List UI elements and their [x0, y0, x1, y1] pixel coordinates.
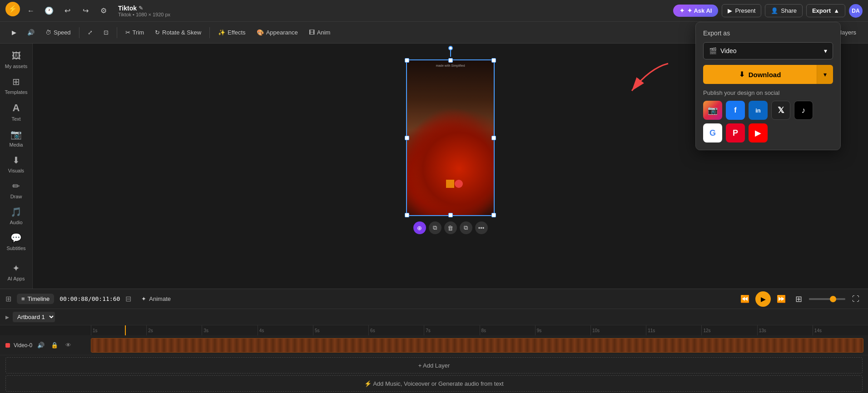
add-audio-button[interactable]: ⚡ Add Music, Voiceover or Generate audio…	[5, 375, 863, 392]
panels-split-btn[interactable]: ⊟	[125, 295, 131, 303]
top-nav-right: ✦ ✦ Ask AI ▶ Present 👤 Share Export ▲ DA	[673, 4, 863, 18]
forward-button[interactable]: ⏩	[774, 292, 788, 306]
delete-button[interactable]: 🗑	[444, 221, 457, 234]
redo-button[interactable]: ↪	[78, 4, 93, 18]
social-x[interactable]: 𝕏	[771, 101, 790, 120]
templates-label: Templates	[5, 89, 27, 95]
effects-button[interactable]: ✨ Effects	[213, 27, 250, 38]
copy-style-button[interactable]: ⧉	[460, 221, 472, 234]
handle-top-mid[interactable]	[448, 58, 453, 63]
handle-mid-right[interactable]	[491, 136, 496, 140]
toolbar-separator-3	[209, 27, 210, 38]
volume-button[interactable]: 🔊	[23, 27, 39, 38]
animate-button[interactable]: ✦ Animate	[137, 294, 175, 304]
sidebar-item-draw[interactable]: ✏ Draw	[2, 177, 31, 203]
history-button[interactable]: 🕐	[42, 4, 56, 18]
undo-button[interactable]: ↩	[60, 4, 74, 18]
zoom-slider[interactable]	[809, 298, 845, 300]
resize-button[interactable]: ⤢	[83, 27, 97, 38]
social-tiktok[interactable]: ♪	[794, 101, 813, 120]
social-linkedin[interactable]: in	[749, 101, 768, 120]
handle-bottom-mid[interactable]	[448, 213, 453, 217]
duplicate-button[interactable]: ⧉	[429, 221, 441, 234]
handle-bottom-right[interactable]	[491, 213, 496, 217]
track-clip[interactable]	[91, 338, 863, 353]
present-icon: ▶	[728, 7, 732, 14]
handle-bottom-left[interactable]	[405, 213, 409, 217]
settings-button[interactable]: ⚙	[96, 4, 111, 18]
back-button[interactable]: ←	[24, 4, 38, 18]
rewind-button[interactable]: ⏪	[738, 292, 752, 306]
app-logo[interactable]: ⚡	[5, 2, 20, 16]
playhead[interactable]	[125, 325, 126, 335]
ruler-mark: 14s	[813, 325, 868, 335]
text-icon: A	[13, 102, 20, 114]
download-main-button[interactable]: ⬇ Download	[703, 65, 817, 84]
sidebar-item-text[interactable]: A Text	[2, 98, 31, 125]
speed-icon: ⏱	[45, 29, 51, 36]
anim-icon: 🎞	[309, 29, 315, 36]
sidebar-item-my-assets[interactable]: 🖼 My assets	[2, 47, 31, 73]
user-avatar[interactable]: DA	[849, 4, 863, 18]
social-facebook[interactable]: f	[726, 101, 745, 120]
handle-top-left[interactable]	[405, 58, 409, 63]
track-lock-btn[interactable]: 🔒	[50, 340, 60, 350]
subtitles-label: Subtitles	[6, 246, 25, 251]
ruler-mark: 12s	[701, 325, 757, 335]
export-button[interactable]: Export ▲	[806, 4, 845, 17]
sidebar-item-media[interactable]: 📷 Media	[2, 125, 31, 151]
social-youtube[interactable]: ▶	[749, 123, 768, 142]
grid-view-btn[interactable]: ⊞	[792, 292, 805, 306]
fullscreen-btn[interactable]: ⛶	[849, 292, 863, 306]
track-visible-btn[interactable]: 👁	[63, 340, 73, 350]
rotation-handle[interactable]	[448, 46, 453, 50]
canvas-element-red	[455, 180, 463, 188]
rotate-button[interactable]: ↻ Rotate & Skew	[150, 27, 206, 38]
sidebar-item-subtitles[interactable]: 💬 Subtitles	[2, 229, 31, 255]
anim-button[interactable]: 🎞 Anim	[304, 27, 335, 38]
timeline-tab-label: Timeline	[28, 295, 50, 302]
crop-button[interactable]: ⊡	[99, 27, 113, 38]
handle-top-right[interactable]	[491, 58, 496, 63]
time-current: 00:00:88	[60, 295, 88, 302]
appearance-button[interactable]: 🎨 Appearance	[252, 27, 303, 38]
add-element-button[interactable]: ⊕	[413, 221, 426, 234]
ask-ai-icon: ✦	[680, 7, 684, 14]
sidebar-item-audio[interactable]: 🎵 Audio	[2, 203, 31, 229]
ask-ai-button[interactable]: ✦ ✦ Ask AI	[673, 5, 718, 17]
track-name: Video-0	[14, 342, 32, 349]
download-btn-wrapper: ⬇ Download ▾	[703, 65, 833, 84]
timeline-header: ⊞ ≡ Timeline 00:00:88/00:11:60 ⊟ ✦ Anima…	[0, 289, 868, 309]
timeline-panel-btn[interactable]: ⊞	[5, 295, 11, 303]
artboard-expand-icon[interactable]: ▸	[5, 313, 9, 321]
ruler-marks: 1s 2s 3s 4s 5s 6s 7s 8s 9s 10s 11s 12s 1…	[91, 325, 868, 335]
more-options-button[interactable]: •••	[475, 221, 488, 234]
track-volume-btn[interactable]: 🔊	[36, 340, 46, 350]
avatar-initials: DA	[852, 8, 859, 14]
social-google[interactable]: G	[703, 123, 722, 142]
timeline-tab[interactable]: ≡ Timeline	[17, 294, 54, 304]
sidebar-item-visuals[interactable]: ⬇ Visuals	[2, 151, 31, 177]
artboard-select[interactable]: Artboard 1	[13, 312, 55, 322]
handle-mid-left[interactable]	[405, 136, 409, 140]
track-content[interactable]	[91, 338, 868, 353]
timeline-playback-controls: ⏪ ▶ ⏩ ⊞ ⛶	[738, 291, 863, 307]
play-pause-button[interactable]: ▶	[755, 291, 771, 307]
trim-button[interactable]: ✂ Trim	[121, 27, 149, 38]
social-pinterest[interactable]: P	[726, 123, 745, 142]
social-instagram[interactable]: 📷	[703, 101, 722, 120]
present-button[interactable]: ▶ Present	[722, 4, 761, 17]
sidebar-item-templates[interactable]: ⊞ Templates	[2, 73, 31, 98]
download-arrow-button[interactable]: ▾	[817, 65, 833, 84]
video-canvas[interactable]: made with Simplified	[406, 59, 495, 216]
sidebar-item-ai-apps[interactable]: ✦ AI Apps	[2, 259, 31, 285]
ruler-mark: 5s	[313, 325, 368, 335]
format-select[interactable]: 🎬 Video ▾	[703, 42, 833, 59]
play-button[interactable]: ▶	[7, 27, 21, 38]
share-button[interactable]: 👤 Share	[765, 4, 803, 17]
share-label: Share	[781, 7, 797, 14]
track-color-dot	[5, 343, 10, 348]
speed-button[interactable]: ⏱ Speed	[41, 27, 75, 38]
add-layer-button[interactable]: + Add Layer	[5, 357, 863, 373]
templates-icon: ⊞	[12, 76, 20, 87]
